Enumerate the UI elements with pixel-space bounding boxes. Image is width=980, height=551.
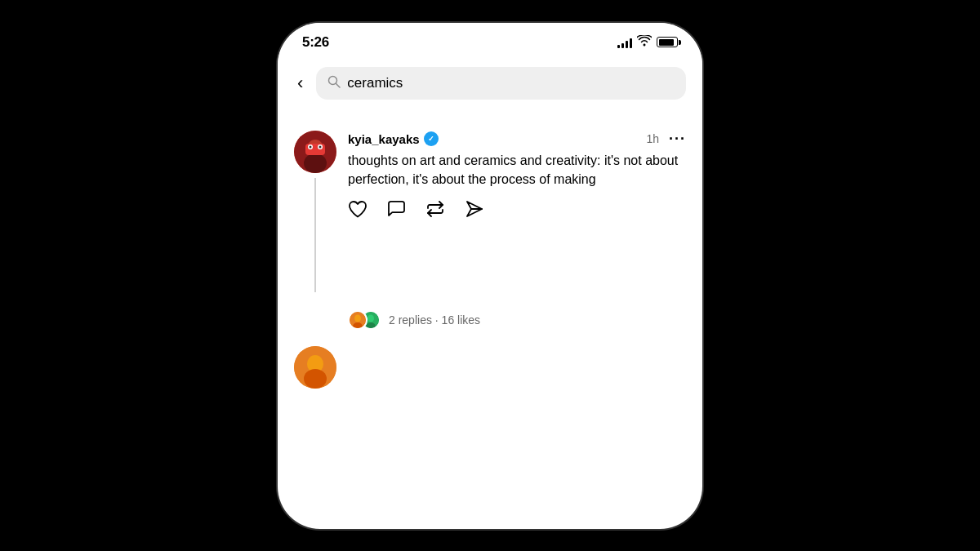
reply-avatar-1 bbox=[348, 310, 368, 330]
svg-rect-5 bbox=[305, 144, 325, 155]
avatar-column bbox=[294, 131, 336, 292]
post-header: kyia_kayaks ✓ 1h ··· thoughts on art and… bbox=[294, 131, 686, 292]
svg-point-12 bbox=[354, 314, 361, 322]
thread-line bbox=[314, 178, 316, 292]
search-bar[interactable]: ceramics bbox=[316, 67, 686, 100]
like-button[interactable] bbox=[348, 200, 368, 218]
avatar[interactable] bbox=[294, 131, 336, 173]
battery-icon bbox=[657, 37, 678, 47]
search-query: ceramics bbox=[347, 75, 403, 91]
post: kyia_kayaks ✓ 1h ··· thoughts on art and… bbox=[278, 119, 702, 304]
verified-badge: ✓ bbox=[424, 131, 439, 146]
repost-button[interactable] bbox=[425, 200, 445, 218]
svg-point-19 bbox=[304, 369, 327, 389]
status-time: 5:26 bbox=[302, 34, 329, 51]
post-actions bbox=[348, 200, 686, 218]
next-post bbox=[278, 340, 702, 395]
wifi-icon bbox=[637, 35, 652, 49]
post-text: thoughts on art and ceramics and creativ… bbox=[348, 151, 686, 189]
reply-avatars bbox=[348, 310, 381, 330]
svg-point-8 bbox=[310, 145, 312, 148]
search-container: ‹ ceramics bbox=[278, 57, 702, 113]
phone-frame: 5:26 ‹ bbox=[278, 23, 702, 529]
signal-icon bbox=[617, 37, 632, 48]
svg-line-1 bbox=[336, 83, 341, 87]
replies-row: 2 replies · 16 likes bbox=[278, 304, 702, 340]
content-area: kyia_kayaks ✓ 1h ··· thoughts on art and… bbox=[278, 113, 702, 402]
post-time: 1h bbox=[646, 132, 659, 145]
share-button[interactable] bbox=[465, 200, 483, 218]
svg-point-4 bbox=[304, 153, 327, 173]
post-meta: kyia_kayaks ✓ 1h ··· bbox=[348, 131, 686, 148]
comment-button[interactable] bbox=[387, 200, 406, 218]
status-icons bbox=[617, 35, 678, 49]
replies-stats: 2 replies · 16 likes bbox=[389, 313, 480, 327]
more-button[interactable]: ··· bbox=[669, 131, 686, 148]
next-avatar[interactable] bbox=[294, 346, 336, 389]
search-icon bbox=[327, 75, 341, 91]
svg-point-9 bbox=[319, 145, 322, 148]
post-time-more: 1h ··· bbox=[646, 131, 686, 148]
username[interactable]: kyia_kayaks bbox=[348, 132, 420, 146]
svg-point-15 bbox=[368, 314, 374, 322]
back-button[interactable]: ‹ bbox=[294, 69, 306, 97]
status-bar: 5:26 bbox=[278, 23, 702, 57]
post-body: kyia_kayaks ✓ 1h ··· thoughts on art and… bbox=[348, 131, 686, 229]
username-row: kyia_kayaks ✓ bbox=[348, 131, 439, 146]
